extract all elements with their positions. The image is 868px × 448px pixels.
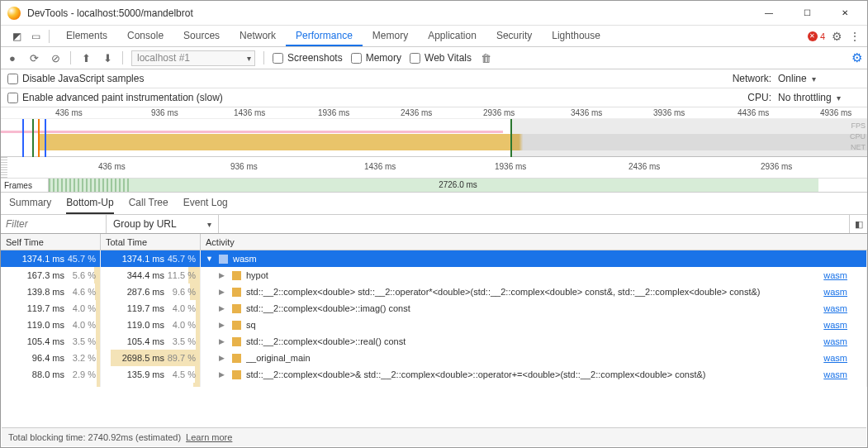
reload-record-icon[interactable]: ⟳: [27, 51, 40, 64]
activity-name: wasm: [233, 254, 257, 264]
activity-name: std::__2::complex<double> std::__2::oper…: [246, 386, 762, 387]
expand-toggle-icon[interactable]: ▶: [219, 354, 227, 362]
disable-js-checkbox[interactable]: Disable JavaScript samples: [7, 73, 144, 84]
overview-shade[interactable]: [511, 119, 867, 157]
grid-row[interactable]: 119.0 ms4.0 %119.0 ms4.0 %▶sqwasm: [1, 317, 867, 333]
detail-ruler[interactable]: 436 ms936 ms1436 ms1936 ms2436 ms2936 ms: [1, 157, 867, 179]
subtab-summary[interactable]: Summary: [9, 193, 51, 214]
tab-lighthouse[interactable]: Lighthouse: [542, 26, 610, 46]
device-toggle-icon[interactable]: ▭: [30, 30, 42, 42]
subtab-event-log[interactable]: Event Log: [183, 193, 228, 214]
col-total-time[interactable]: Total Time: [101, 234, 201, 250]
error-count-badge[interactable]: ✕ 4: [808, 31, 825, 41]
statusbar: Total blocking time: 2740.92ms (estimate…: [2, 427, 866, 446]
tab-sources[interactable]: Sources: [173, 26, 230, 46]
grid-row[interactable]: 119.7 ms4.0 %119.7 ms4.0 %▶std::__2::com…: [1, 300, 867, 317]
tab-application[interactable]: Application: [418, 26, 486, 46]
separator: [263, 51, 264, 64]
ruler-tick: 436 ms: [55, 108, 83, 117]
overview-ruler: 436 ms936 ms1436 ms1936 ms2436 ms2936 ms…: [1, 107, 867, 119]
col-activity[interactable]: Activity: [201, 234, 867, 250]
more-menu-icon[interactable]: ⋮: [849, 30, 861, 43]
activity-name: std::__2::complex<double> std::__2::oper…: [246, 287, 761, 297]
opt-row-paint: Enable advanced paint instrumentation (s…: [1, 88, 867, 107]
learn-more-link[interactable]: Learn more: [186, 432, 232, 442]
expand-toggle-icon[interactable]: ▶: [219, 321, 227, 329]
group-by-select[interactable]: Group by URL: [107, 215, 219, 233]
grid-row[interactable]: 167.3 ms5.6 %344.4 ms11.5 %▶hypotwasm: [1, 267, 867, 284]
tab-console[interactable]: Console: [117, 26, 173, 46]
source-link[interactable]: wasm: [823, 386, 862, 387]
memory-checkbox[interactable]: Memory: [351, 52, 401, 64]
load-profile-icon[interactable]: ⬆: [79, 51, 92, 64]
ruler-tick: 3936 ms: [653, 108, 685, 117]
frame-duration: 2726.0 ms: [439, 180, 477, 189]
source-link[interactable]: wasm: [823, 287, 862, 297]
cpu-select[interactable]: No throttling: [778, 92, 861, 103]
grid-row[interactable]: 105.4 ms3.5 %105.4 ms3.5 %▶std::__2::com…: [1, 333, 867, 350]
save-profile-icon[interactable]: ⬇: [101, 51, 114, 64]
col-self-time[interactable]: Self Time: [1, 234, 101, 250]
clear-icon[interactable]: ⊘: [49, 51, 62, 64]
minimize-button[interactable]: —: [750, 1, 788, 26]
adv-paint-checkbox[interactable]: Enable advanced paint instrumentation (s…: [7, 92, 223, 103]
source-link[interactable]: wasm: [823, 320, 862, 330]
expand-toggle-icon[interactable]: ▶: [219, 288, 227, 296]
gc-icon[interactable]: 🗑: [480, 51, 493, 64]
panel-tabbar: ◩ ▭ ElementsConsoleSourcesNetworkPerform…: [1, 26, 867, 47]
tab-network[interactable]: Network: [230, 26, 286, 46]
perf-toolbar: ● ⟳ ⊘ ⬆ ⬇ localhost #1 Screenshots Memor…: [1, 47, 867, 69]
category-swatch: [232, 271, 241, 280]
ruler-tick: 2936 ms: [483, 108, 515, 117]
webvitals-checkbox[interactable]: Web Vitals: [410, 52, 472, 64]
expand-toggle-icon[interactable]: ▶: [219, 271, 227, 279]
expand-toggle-icon[interactable]: ▶: [219, 337, 227, 346]
filter-row: Group by URL ◧: [1, 215, 867, 234]
source-link[interactable]: wasm: [823, 369, 862, 379]
expand-toggle-icon[interactable]: ▶: [219, 304, 227, 312]
detail-subtabs: SummaryBottom-UpCall TreeEvent Log: [1, 193, 867, 215]
category-swatch: [232, 288, 241, 297]
tab-security[interactable]: Security: [486, 26, 542, 46]
network-select[interactable]: Online: [778, 73, 861, 84]
close-button[interactable]: ✕: [826, 1, 864, 26]
titlebar: DevTools - localhost:5000/mandelbrot — ☐…: [1, 1, 867, 26]
category-swatch: [232, 370, 241, 379]
maximize-button[interactable]: ☐: [788, 1, 826, 26]
grid-row[interactable]: 96.4 ms3.2 %2698.5 ms89.7 %▶__original_m…: [1, 350, 867, 366]
heaviest-stack-toggle-icon[interactable]: ◧: [849, 215, 867, 233]
grid-body[interactable]: 1374.1 ms45.7 %1374.1 ms45.7 %▼wasm167.3…: [1, 250, 867, 387]
tab-performance[interactable]: Performance: [286, 26, 363, 46]
expand-toggle-icon[interactable]: ▼: [206, 255, 214, 263]
settings-gear-icon[interactable]: ⚙: [832, 30, 842, 43]
category-swatch: [219, 255, 228, 264]
tab-elements[interactable]: Elements: [56, 26, 117, 46]
overview-timeline[interactable]: 436 ms936 ms1436 ms1936 ms2436 ms2936 ms…: [1, 107, 867, 157]
ruler-tick: 2936 ms: [761, 162, 792, 171]
record-icon[interactable]: ●: [6, 51, 19, 64]
subtab-bottom-up[interactable]: Bottom-Up: [66, 193, 113, 214]
subtab-call-tree[interactable]: Call Tree: [129, 193, 168, 214]
source-link[interactable]: wasm: [823, 303, 862, 313]
ruler-handle[interactable]: [1, 157, 7, 178]
activity-name: sq: [246, 320, 256, 330]
source-link[interactable]: wasm: [823, 336, 862, 346]
grid-row[interactable]: 88.0 ms2.9 %135.9 ms4.5 %▶std::__2::comp…: [1, 366, 867, 383]
grid-row[interactable]: 139.8 ms4.6 %287.6 ms9.6 %▶std::__2::com…: [1, 284, 867, 300]
source-link[interactable]: wasm: [823, 353, 862, 363]
category-swatch: [232, 337, 241, 346]
grid-row[interactable]: 81.5 ms2.7 %218.8 ms7.3 %▶std::__2::comp…: [1, 383, 867, 387]
grid-row[interactable]: 1374.1 ms45.7 %1374.1 ms45.7 %▼wasm: [1, 250, 867, 267]
filter-input[interactable]: [1, 215, 107, 233]
source-link[interactable]: wasm: [823, 270, 862, 280]
error-count: 4: [820, 31, 825, 41]
session-select[interactable]: localhost #1: [131, 50, 255, 66]
devtools-icon: [7, 7, 21, 20]
tab-memory[interactable]: Memory: [363, 26, 418, 46]
activity-name: __original_main: [246, 353, 311, 363]
inspect-element-icon[interactable]: ◩: [11, 30, 23, 42]
expand-toggle-icon[interactable]: ▶: [219, 370, 227, 379]
capture-settings-gear-icon[interactable]: ⚙: [851, 50, 862, 65]
frames-track[interactable]: Frames 2726.0 ms: [1, 179, 867, 193]
screenshots-checkbox[interactable]: Screenshots: [273, 52, 343, 64]
